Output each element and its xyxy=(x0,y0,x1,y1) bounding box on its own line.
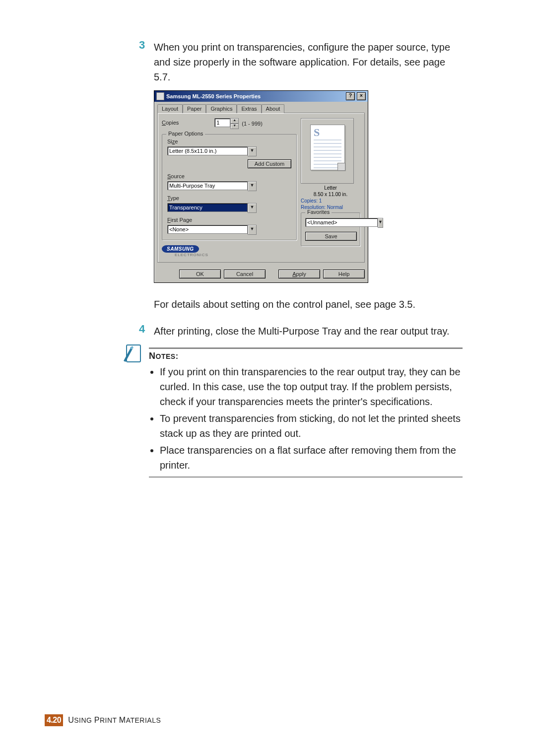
source-label: Source xyxy=(167,173,291,179)
step-3-text: When you print on transparencies, config… xyxy=(154,40,462,84)
page-footer: 4.20 USING PRINT MATERIALS xyxy=(45,714,161,726)
tab-paper[interactable]: Paper xyxy=(183,104,206,113)
note-item: To prevent transparencies from sticking,… xyxy=(160,411,463,441)
favorites-select[interactable]: ▼ xyxy=(305,218,357,228)
titlebar-close-button[interactable]: × xyxy=(357,92,366,100)
properties-dialog: Samsung ML-2550 Series Properties ? × La… xyxy=(154,90,367,283)
printer-icon xyxy=(156,92,164,100)
page-number: 4.20 xyxy=(45,714,63,726)
first-page-value[interactable] xyxy=(167,225,248,234)
note-icon xyxy=(122,341,146,366)
electronics-text: ELECTRONICS xyxy=(175,253,297,257)
save-button[interactable]: Save xyxy=(305,232,357,241)
chapter-title: USING PRINT MATERIALS xyxy=(68,716,161,725)
preview-size-name: Letter xyxy=(301,185,360,191)
first-page-select[interactable]: ▼ xyxy=(167,225,257,235)
ok-button[interactable]: OK xyxy=(179,270,221,278)
tab-graphics[interactable]: Graphics xyxy=(206,104,237,113)
tab-about[interactable]: About xyxy=(262,104,285,113)
dialog-title: Samsung ML-2550 Series Properties xyxy=(166,93,261,99)
preview-letter-s: S xyxy=(314,128,341,137)
chevron-down-icon[interactable]: ▼ xyxy=(248,225,257,235)
preview-copies: Copies: 1 xyxy=(301,198,322,204)
page-preview: S xyxy=(301,118,354,184)
first-page-label: First Page xyxy=(167,217,291,223)
favorites-legend: Favorites xyxy=(305,209,332,215)
source-select[interactable]: ▼ xyxy=(167,181,257,191)
chevron-down-icon[interactable]: ▼ xyxy=(248,203,257,213)
copies-range: (1 - 999) xyxy=(242,121,263,127)
apply-button[interactable]: Apply xyxy=(278,270,320,278)
note-item: If you print on thin transparencies to t… xyxy=(160,364,463,409)
tab-layout[interactable]: Layout xyxy=(157,104,183,113)
page-corner-icon xyxy=(337,163,345,171)
type-label: Type xyxy=(167,195,291,201)
copies-label: Copies xyxy=(162,120,179,126)
tab-bar: Layout Paper Graphics Extras About xyxy=(157,104,365,113)
titlebar-help-button[interactable]: ? xyxy=(346,92,355,100)
copies-input[interactable] xyxy=(214,118,230,127)
after-dialog-text: For details about setting on the control… xyxy=(0,287,536,324)
step-number-4: 4 xyxy=(139,323,145,336)
samsung-logo: SAMSUNG xyxy=(162,245,199,253)
preview-dims: 8.50 x 11.00 in. xyxy=(301,191,360,198)
source-value[interactable] xyxy=(167,181,248,190)
size-label: Size xyxy=(167,138,291,144)
help-button[interactable]: Help xyxy=(323,270,365,278)
note-item: Place transparencies on a flat surface a… xyxy=(160,443,463,473)
notes-list: If you print on thin transparencies to t… xyxy=(149,364,463,473)
chevron-down-icon[interactable]: ▼ xyxy=(248,146,257,156)
spin-up-icon[interactable]: ▲ xyxy=(230,118,239,124)
spin-down-icon[interactable]: ▼ xyxy=(230,124,239,129)
size-value[interactable] xyxy=(167,146,248,155)
size-select[interactable]: ▼ xyxy=(167,146,257,156)
add-custom-button[interactable]: Add Custom xyxy=(248,159,291,168)
type-value[interactable] xyxy=(167,203,248,212)
chevron-down-icon[interactable]: ▼ xyxy=(378,218,383,228)
copies-spinner[interactable]: ▲ ▼ xyxy=(214,118,239,129)
paper-options-legend: Paper Options xyxy=(166,131,205,137)
notes-heading: NOTES: xyxy=(149,351,463,361)
favorites-value[interactable] xyxy=(305,218,378,227)
type-select[interactable]: ▼ xyxy=(167,203,257,213)
step-number-3: 3 xyxy=(139,39,145,52)
cancel-button[interactable]: Cancel xyxy=(224,270,266,278)
chevron-down-icon[interactable]: ▼ xyxy=(248,181,257,191)
dialog-titlebar: Samsung ML-2550 Series Properties ? × xyxy=(154,91,368,102)
tab-extras[interactable]: Extras xyxy=(237,104,261,113)
step-4-text: After printing, close the Multi-Purpose … xyxy=(154,324,462,339)
